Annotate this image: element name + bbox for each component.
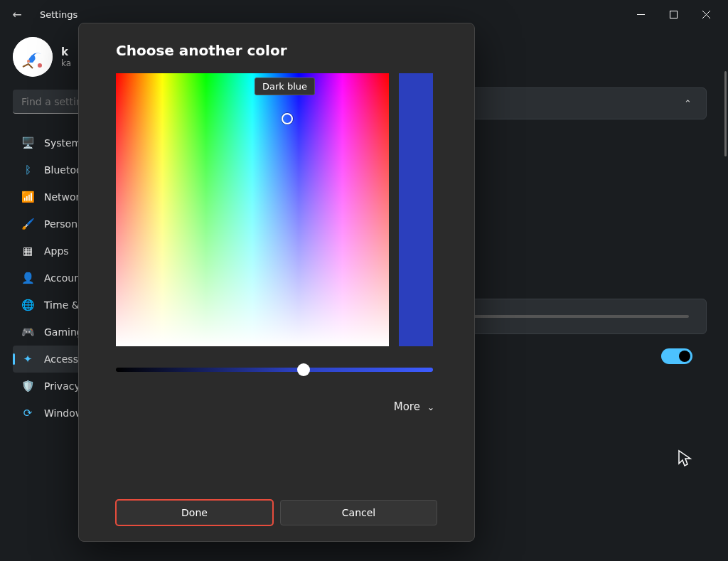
svg-point-5: [27, 60, 30, 63]
sidebar-item-label: System: [44, 137, 81, 149]
chevron-up-icon: ⌃: [684, 98, 692, 109]
cancel-button[interactable]: Cancel: [280, 500, 437, 525]
avatar: [13, 37, 53, 77]
accessibility-icon: ✦: [21, 353, 34, 365]
svg-rect-1: [670, 11, 677, 18]
gaming-icon: 🎮: [21, 326, 34, 338]
back-button[interactable]: ←: [6, 8, 28, 21]
close-button[interactable]: [690, 3, 722, 26]
profile-email: ka: [61, 58, 71, 68]
hue-slider-thumb[interactable]: [297, 363, 310, 376]
hue-slider[interactable]: [116, 368, 433, 372]
color-field-handle[interactable]: [282, 113, 293, 124]
color-tooltip: Dark blue: [255, 78, 315, 95]
privacy-icon: 🛡️: [21, 380, 34, 392]
time-icon: 🌐: [21, 299, 34, 311]
window-title: Settings: [40, 9, 77, 20]
dialog-title: Choose another color: [116, 42, 437, 59]
cursor-icon: [677, 449, 694, 469]
sidebar-item-label: Apps: [44, 245, 69, 257]
profile-name: k: [61, 46, 71, 58]
done-button[interactable]: Done: [116, 500, 273, 525]
color-field[interactable]: Dark blue: [116, 73, 389, 346]
scrollbar[interactable]: [724, 71, 727, 156]
value-strip[interactable]: [399, 73, 433, 346]
windows-icon: ⟳: [21, 407, 34, 420]
system-icon: 🖥️: [21, 137, 34, 149]
apps-icon: ▦: [21, 245, 34, 257]
bluetooth-icon: ᛒ: [21, 164, 34, 176]
personalization-icon: 🖌️: [21, 218, 34, 230]
touch-toggle[interactable]: [661, 348, 692, 364]
color-picker-dialog: Choose another color Dark blue More⌄ Don…: [78, 23, 475, 542]
more-button[interactable]: More⌄: [116, 400, 437, 413]
svg-point-6: [38, 63, 42, 68]
chevron-down-icon: ⌄: [427, 402, 434, 412]
sidebar-item-label: Gaming: [44, 326, 83, 338]
minimize-button[interactable]: [624, 3, 657, 26]
accounts-icon: 👤: [21, 272, 34, 284]
network-icon: 📶: [21, 191, 34, 203]
maximize-button[interactable]: [657, 3, 690, 26]
